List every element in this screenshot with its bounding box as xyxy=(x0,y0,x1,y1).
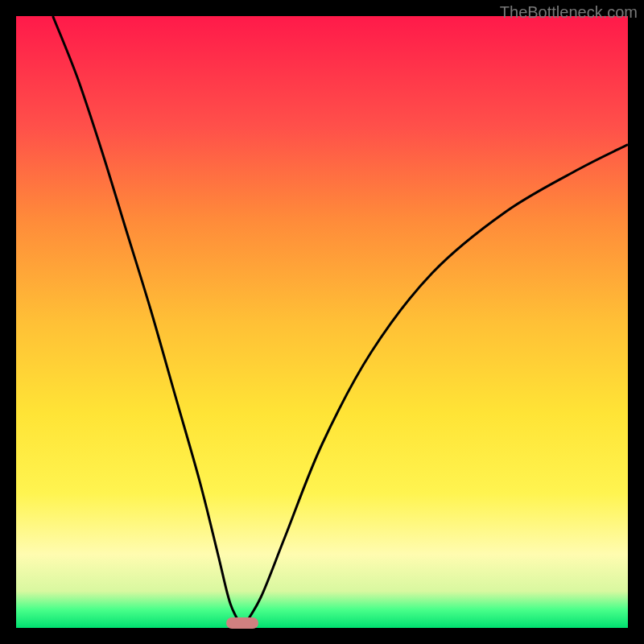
plot-area xyxy=(16,16,628,628)
watermark-text: TheBottleneck.com xyxy=(500,3,638,22)
optimum-marker xyxy=(226,617,258,629)
bottleneck-curve xyxy=(16,16,628,628)
chart-container: TheBottleneck.com xyxy=(0,0,644,644)
